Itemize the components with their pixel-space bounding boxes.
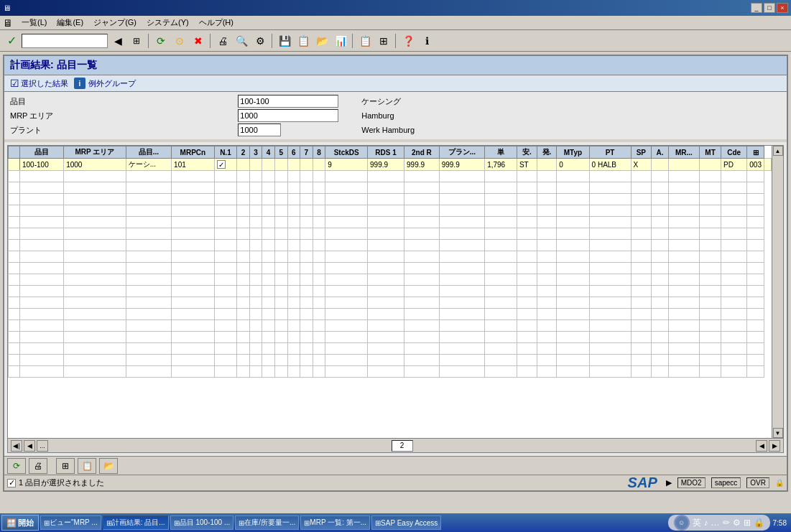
info-button[interactable]: ℹ (418, 32, 435, 50)
empty-cell (126, 217, 171, 228)
empty-cell (668, 343, 699, 355)
scroll-up-button[interactable]: ▲ (773, 146, 783, 156)
print-button[interactable]: 🖨 (214, 32, 231, 50)
command-input[interactable] (22, 34, 108, 48)
empty-cell (249, 320, 262, 332)
scroll-h-right[interactable]: ▶ (769, 440, 780, 452)
empty-cell (589, 343, 631, 355)
menu-edit[interactable]: 編集(E) (52, 17, 88, 29)
empty-cell (700, 286, 721, 297)
maximize-button[interactable]: □ (764, 3, 775, 13)
table-wrapper[interactable]: 品目 MRP エリア 品目... MRPCn N.1 2 3 4 5 6 7 (8, 146, 772, 438)
action-btn-1[interactable]: ⟳ (7, 458, 26, 474)
next-button[interactable]: ⊞ (128, 32, 145, 50)
import-button[interactable]: 📂 (313, 32, 330, 50)
grid-button[interactable]: ⊞ (375, 32, 392, 50)
stop-button[interactable]: ⊙ (171, 32, 188, 50)
empty-cell (325, 217, 368, 228)
scroll-h-left[interactable]: ◀ (756, 440, 767, 452)
find-button[interactable]: 🔍 (233, 32, 250, 50)
graph-button[interactable]: 📊 (332, 32, 349, 50)
item-input[interactable] (238, 95, 338, 108)
empty-cell (652, 286, 669, 297)
list-button[interactable]: 📋 (356, 32, 374, 50)
empty-cell (300, 251, 313, 263)
action-btn-5[interactable]: 📂 (99, 458, 118, 474)
menu-system[interactable]: システム(Y) (142, 17, 193, 29)
empty-cell (652, 332, 669, 343)
system-indicator: MDO2 (677, 477, 706, 488)
n1-checkbox[interactable]: ✓ (217, 160, 226, 169)
empty-cell (700, 240, 721, 251)
action-btn-2[interactable]: 🖨 (29, 458, 47, 474)
col-sp: SP (631, 146, 651, 159)
scroll-down-button[interactable]: ▼ (773, 428, 783, 438)
empty-cell (287, 240, 300, 251)
empty-cell (262, 263, 275, 274)
action-btn-3[interactable]: ⊞ (56, 458, 75, 474)
menu-jump[interactable]: ジャンプ(G) (89, 17, 141, 29)
table-row-empty (9, 194, 772, 205)
empty-cell (668, 251, 699, 263)
table-row-empty (9, 320, 772, 332)
empty-cell (747, 366, 764, 378)
empty-cell (300, 217, 313, 228)
empty-cell (237, 332, 250, 343)
nav-back-button[interactable]: ✓ (3, 32, 20, 50)
cell-3 (249, 159, 262, 171)
empty-cell (126, 182, 171, 194)
page-first-button[interactable]: ◀| (11, 440, 22, 452)
mrp-input[interactable] (238, 109, 338, 122)
empty-cell (237, 194, 250, 205)
empty-cell (287, 366, 300, 378)
cell-4 (262, 159, 275, 171)
empty-cell (589, 274, 631, 286)
refresh-button[interactable]: ⟳ (152, 32, 170, 50)
cancel-button[interactable]: ✖ (190, 32, 207, 50)
minimize-button[interactable]: _ (751, 3, 762, 13)
action-btn-4[interactable]: 📋 (78, 458, 96, 474)
page-prev-button[interactable]: ◀ (24, 440, 35, 452)
empty-cell (172, 343, 215, 355)
help-button[interactable]: ❓ (399, 32, 417, 50)
plant-input[interactable] (238, 123, 281, 136)
close-button[interactable]: × (777, 3, 788, 13)
empty-cell (300, 355, 313, 366)
empty-cell (485, 228, 517, 240)
selection-button[interactable]: ☑ 選択した結果 (10, 78, 68, 89)
empty-cell (557, 251, 589, 263)
table-row-empty (9, 366, 772, 378)
empty-cell (439, 286, 484, 297)
empty-cell (668, 194, 699, 205)
empty-cell (313, 228, 325, 240)
empty-cell (20, 171, 64, 182)
col-config[interactable]: ⊞ (747, 146, 764, 159)
empty-cell (126, 251, 171, 263)
empty-cell (262, 194, 275, 205)
table-row[interactable]: 100-100 1000 ケーシ... 101 ✓ (9, 159, 772, 171)
menu-list[interactable]: 一覧(L) (17, 17, 51, 29)
page-next-button[interactable]: ... (37, 440, 48, 452)
menu-help[interactable]: ヘルプ(H) (195, 17, 238, 29)
empty-cell (747, 309, 764, 320)
empty-cell (9, 217, 20, 228)
empty-cell (439, 332, 484, 343)
vertical-scrollbar[interactable]: ▲ ▼ (772, 146, 783, 438)
empty-cell (485, 263, 517, 274)
status-checkbox[interactable]: ✓ (7, 479, 16, 487)
empty-cell (721, 343, 747, 355)
empty-cell (517, 366, 537, 378)
empty-cell (64, 309, 126, 320)
empty-cell (404, 320, 440, 332)
empty-cell (287, 332, 300, 343)
empty-cell (557, 171, 589, 182)
export-button[interactable]: 📋 (295, 32, 312, 50)
prev-button[interactable]: ◀ (109, 32, 126, 50)
save-button[interactable]: 💾 (276, 32, 293, 50)
settings-button[interactable]: ⚙ (251, 32, 269, 50)
empty-cell (262, 355, 275, 366)
empty-cell (631, 251, 651, 263)
exception-button[interactable]: i 例外グループ (74, 78, 136, 89)
empty-cell (237, 320, 250, 332)
empty-cell (262, 228, 275, 240)
